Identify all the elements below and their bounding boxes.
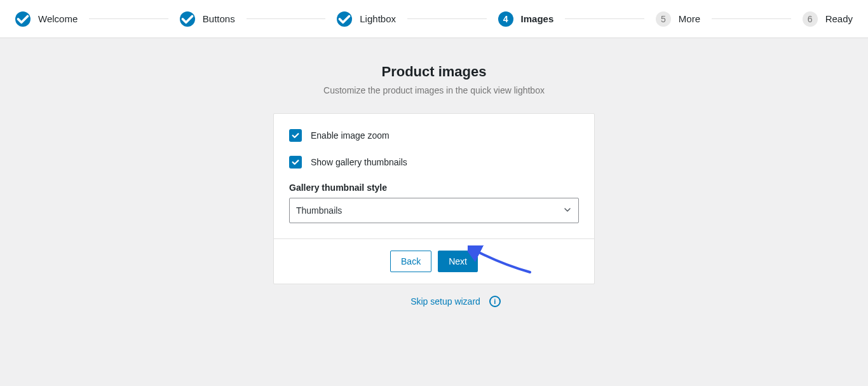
option-label: Enable image zoom: [311, 130, 390, 141]
step-lightbox[interactable]: Lightbox: [337, 11, 396, 27]
option-label: Show gallery thumbnails: [311, 157, 407, 167]
step-label: More: [679, 13, 700, 24]
arrow-annotation-icon: [468, 245, 538, 277]
option-show-thumbnails: Show gallery thumbnails: [289, 156, 579, 169]
checkbox-show-thumbnails[interactable]: [289, 156, 302, 169]
step-connector: [407, 18, 487, 19]
card-footer: Back Next: [274, 238, 594, 284]
gallery-style-select[interactable]: Thumbnails: [289, 198, 579, 223]
gallery-style-select-wrapper: Thumbnails: [289, 198, 579, 223]
step-welcome[interactable]: Welcome: [15, 11, 78, 27]
step-more[interactable]: 5 More: [656, 11, 700, 27]
check-icon: [15, 11, 31, 27]
stepper: Welcome Buttons Lightbox 4 Images 5 More…: [0, 0, 868, 38]
step-number-icon: 6: [803, 11, 818, 27]
step-number-icon: 4: [498, 11, 513, 27]
checkbox-enable-zoom[interactable]: [289, 129, 302, 142]
step-number-icon: 5: [656, 11, 671, 27]
step-label: Images: [521, 13, 554, 24]
content: Product images Customize the product ima…: [0, 38, 868, 320]
skip-setup-link[interactable]: Skip setup wizard: [410, 296, 480, 307]
step-ready[interactable]: 6 Ready: [803, 11, 853, 27]
page-title: Product images: [381, 64, 486, 80]
info-icon[interactable]: i: [489, 296, 501, 307]
skip-row: Skip setup wizard i: [410, 296, 501, 307]
step-buttons[interactable]: Buttons: [180, 11, 235, 27]
back-button[interactable]: Back: [390, 251, 431, 272]
step-connector: [89, 18, 168, 19]
step-connector: [712, 18, 791, 19]
check-icon: [337, 11, 352, 27]
step-connector: [247, 18, 326, 19]
option-enable-zoom: Enable image zoom: [289, 129, 579, 142]
settings-card: Enable image zoom Show gallery thumbnail…: [273, 113, 595, 284]
check-icon: [180, 11, 195, 27]
step-label: Lightbox: [360, 13, 396, 24]
step-label: Ready: [825, 13, 853, 24]
next-button[interactable]: Next: [438, 251, 478, 272]
step-connector: [565, 18, 644, 19]
card-body: Enable image zoom Show gallery thumbnail…: [274, 114, 594, 238]
step-images[interactable]: 4 Images: [498, 11, 554, 27]
page-subtitle: Customize the product images in the quic…: [323, 85, 545, 95]
gallery-style-label: Gallery thumbnail style: [289, 183, 579, 193]
step-label: Welcome: [38, 13, 78, 24]
step-label: Buttons: [203, 13, 235, 24]
